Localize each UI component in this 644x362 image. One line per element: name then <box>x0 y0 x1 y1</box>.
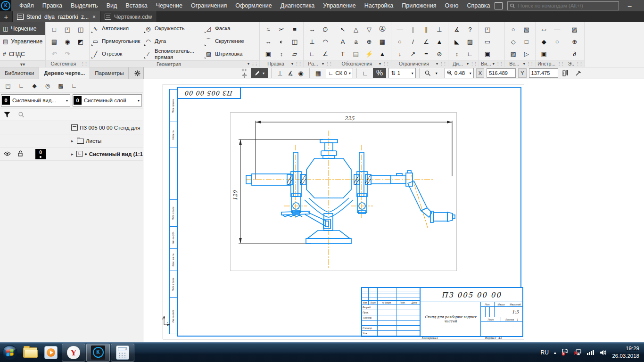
insert-object-icon[interactable]: ◇ <box>507 35 520 48</box>
ordinate-dimension-icon[interactable]: ∟ <box>305 48 319 60</box>
deform-icon[interactable]: ▱ <box>288 48 301 60</box>
segment-tool[interactable]: ╱Отрезок <box>91 48 144 60</box>
create-view-window-icon[interactable]: ◳ <box>4 82 12 90</box>
menu-item[interactable]: Правка <box>38 0 66 11</box>
group-grip-icon[interactable]: ⋮⋮ <box>81 61 87 66</box>
symmetry-constraint-icon[interactable]: ↗ <box>406 48 420 60</box>
menu-item[interactable]: Окно <box>440 0 462 11</box>
calculator-button[interactable] <box>111 344 134 362</box>
spiral-icon[interactable]: ∂ <box>568 48 581 60</box>
grid-toggle-icon[interactable]: ▦ <box>313 68 323 78</box>
diameter-dimension-icon[interactable]: ∅ <box>319 23 332 35</box>
open-document-icon[interactable]: ◰ <box>61 23 74 35</box>
rotate-icon[interactable]: ◐ <box>275 35 288 48</box>
coincidence-constraint-icon[interactable]: ↓ <box>393 48 406 60</box>
check-hatch-icon[interactable]: ▨ <box>463 35 477 48</box>
coordinate-system-select[interactable]: ∟ СК 0 ▾ <box>326 68 353 78</box>
explorer-button[interactable] <box>20 343 41 362</box>
text-icon[interactable]: T <box>336 48 349 60</box>
detail-icon[interactable]: ◎ <box>43 82 52 90</box>
insert-view-icon[interactable]: ▣ <box>481 48 494 60</box>
group-grip-icon[interactable]: ⋮⋮ <box>439 61 446 66</box>
print-preview-icon[interactable]: ◉ <box>61 35 74 48</box>
redo-icon[interactable]: ↷ <box>61 48 74 60</box>
print-icon[interactable]: ▤ <box>48 35 61 48</box>
menu-item[interactable]: Выделить <box>66 0 102 11</box>
edit-fragment-icon[interactable]: ▨ <box>507 48 520 60</box>
caret-right-icon[interactable]: ▸ <box>71 152 74 156</box>
measure-angle-icon[interactable]: ∡ <box>450 23 463 35</box>
close-tab-icon[interactable]: × <box>92 14 96 20</box>
axes-icon[interactable]: ∟ <box>70 82 78 90</box>
equal-constraint-icon[interactable]: = <box>420 48 433 60</box>
new-document-icon[interactable]: □ <box>48 23 61 35</box>
contour-tool-icon[interactable]: ▱ <box>537 23 551 35</box>
menu-item[interactable]: Справка <box>463 0 495 11</box>
chevron-down-icon[interactable]: ▾ <box>493 62 495 66</box>
propbar-handle[interactable] <box>240 68 248 78</box>
axis-line-tool-icon[interactable]: — <box>551 23 564 35</box>
baseline-text-icon[interactable]: a <box>349 35 363 48</box>
measure-distance-icon[interactable]: ↕ <box>450 48 463 60</box>
tolerance-frame-icon[interactable]: Ⓐ <box>376 23 389 35</box>
rectangle-tool[interactable]: ▭Прямоугольник <box>91 35 144 48</box>
visibility-toggle[interactable] <box>4 151 11 157</box>
menu-item[interactable]: Файл <box>15 0 38 11</box>
minimize-button[interactable]: – <box>624 2 636 9</box>
current-layer-select[interactable]: 0 Системный слой ▾ <box>73 94 142 107</box>
menu-item[interactable]: Ограничения <box>187 0 231 11</box>
menu-item[interactable]: Оформление <box>231 0 276 11</box>
lock-toggle[interactable] <box>17 150 23 157</box>
chevron-down-icon[interactable]: ▾ <box>291 62 293 66</box>
menu-item[interactable]: Управление <box>319 0 360 11</box>
kompas-taskbar-button[interactable]: К <box>86 344 110 362</box>
move-icon[interactable]: ↔ <box>262 35 275 48</box>
split-curve-icon[interactable]: ✂ <box>275 23 288 35</box>
insert-fragment-icon[interactable]: ○ <box>507 23 520 35</box>
arc-tool[interactable]: ◠Дуга <box>144 35 205 48</box>
autoline-tool[interactable]: ∿Автолиния <box>91 22 144 35</box>
panel-settings-button[interactable] <box>132 67 143 79</box>
zoom-value-select[interactable]: 0.48 ▾ <box>445 68 474 78</box>
snap-angle-icon[interactable]: ∡ <box>285 68 296 78</box>
menu-item[interactable]: Приложения <box>397 0 440 11</box>
scale-icon[interactable]: ↕ <box>275 48 288 60</box>
menu-item[interactable]: Черчение <box>152 0 187 11</box>
chevron-down-icon[interactable]: ▾ <box>436 71 438 75</box>
tree-item-system-view[interactable]: 0 ▸ ∟ ● Системный вид (1:1 <box>0 148 143 161</box>
chevron-down-icon[interactable]: ▾ <box>248 62 249 66</box>
line-style-button[interactable]: ▾ <box>251 68 268 78</box>
group-grip-icon[interactable]: ⋮⋮ <box>576 61 582 66</box>
tangent-constraint-icon[interactable]: ○ <box>393 35 406 48</box>
device-error-icon[interactable] <box>574 349 582 356</box>
vertical-constraint-icon[interactable]: | <box>406 23 420 35</box>
chevron-down-icon[interactable]: ▾ <box>322 62 324 66</box>
volume-icon[interactable] <box>600 349 607 356</box>
trim-curve-icon[interactable]: ≈ <box>262 23 275 35</box>
drawing-view[interactable]: 225 120 <box>230 112 457 271</box>
active-view-badge[interactable]: 0 <box>35 149 46 159</box>
x-coordinate-field[interactable]: 516.489 <box>487 68 516 78</box>
collinear-constraint-icon[interactable]: / <box>406 35 420 48</box>
drawing-canvas[interactable]: Перв. примен.Справ. №Подп. и датаИнв. № … <box>144 79 644 342</box>
chevron-down-icon[interactable]: ▾ <box>436 62 438 66</box>
search-commands-input[interactable] <box>517 2 616 9</box>
command-search[interactable] <box>507 1 619 10</box>
group-grip-icon[interactable]: ⋮⋮ <box>527 61 533 66</box>
measure-tool-button[interactable] <box>561 68 571 78</box>
tab-stend-dlya-razborki[interactable]: Stend_dlya_razborki_z... × <box>13 11 100 22</box>
round-hole-icon[interactable]: ⊕ <box>568 35 581 48</box>
snap-perpendicular-icon[interactable]: ⊥ <box>275 68 285 78</box>
tab-drawing-tree[interactable]: Дерево черте... <box>39 67 90 79</box>
view-layout-icon[interactable]: ▭ <box>481 35 494 48</box>
parallel-constraint-icon[interactable]: ∥ <box>420 23 433 35</box>
insert-picture-icon[interactable]: ▧ <box>520 23 533 35</box>
chevron-down-icon[interactable]: ▾ <box>379 62 381 66</box>
gear-icon[interactable] <box>242 73 247 78</box>
corner-mode-icon[interactable]: ∟ <box>360 68 371 78</box>
annotation-icon[interactable]: ▷ <box>520 48 533 60</box>
datum-icon[interactable]: ▽ <box>363 23 376 35</box>
section-designation-icon[interactable]: ▦ <box>376 35 389 48</box>
menu-item[interactable]: Диагностика <box>276 0 319 11</box>
disable-constraint-icon[interactable]: ⊘ <box>433 48 446 60</box>
